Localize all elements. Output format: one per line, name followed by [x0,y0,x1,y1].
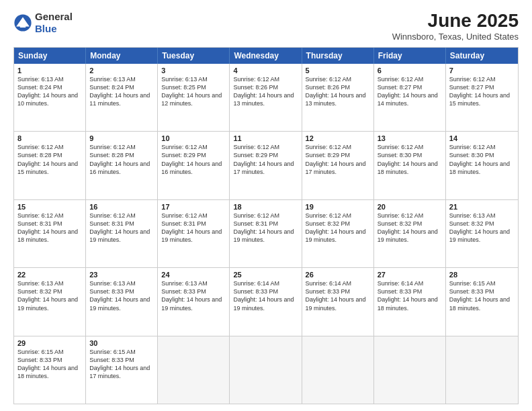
day-number: 22 [17,271,82,279]
cell-info: Sunrise: 6:12 AMSunset: 8:31 PMDaylight:… [89,212,150,243]
day-number: 5 [306,66,370,75]
table-row [446,336,518,404]
day-number: 10 [161,134,226,142]
cell-info: Sunrise: 6:13 AMSunset: 8:24 PMDaylight:… [17,76,78,107]
day-number: 8 [17,134,82,142]
col-sunday: Sunday [14,48,86,64]
table-row: 5Sunrise: 6:12 AMSunset: 8:26 PMDaylight… [302,64,374,131]
day-number: 24 [161,271,226,279]
calendar-body: 1Sunrise: 6:13 AMSunset: 8:24 PMDaylight… [14,64,518,404]
day-number: 6 [378,66,442,75]
cell-info: Sunrise: 6:13 AMSunset: 8:33 PMDaylight:… [161,280,222,311]
day-number: 21 [449,203,515,211]
day-number: 2 [89,66,154,75]
logo-blue: Blue [35,23,57,34]
col-monday: Monday [86,48,158,64]
cell-info: Sunrise: 6:15 AMSunset: 8:33 PMDaylight:… [89,349,150,379]
table-row [374,336,446,404]
cell-info: Sunrise: 6:12 AMSunset: 8:30 PMDaylight:… [378,144,438,175]
table-row: 2Sunrise: 6:13 AMSunset: 8:24 PMDaylight… [86,64,158,131]
cell-info: Sunrise: 6:13 AMSunset: 8:33 PMDaylight:… [89,280,150,311]
table-row: 14Sunrise: 6:12 AMSunset: 8:30 PMDayligh… [446,132,518,199]
cell-info: Sunrise: 6:12 AMSunset: 8:27 PMDaylight:… [449,76,510,107]
table-row: 26Sunrise: 6:14 AMSunset: 8:33 PMDayligh… [302,268,374,335]
table-row: 11Sunrise: 6:12 AMSunset: 8:29 PMDayligh… [230,132,302,199]
table-row: 20Sunrise: 6:12 AMSunset: 8:32 PMDayligh… [374,200,446,267]
table-row: 9Sunrise: 6:12 AMSunset: 8:28 PMDaylight… [86,132,158,199]
logo-icon [13,13,32,32]
table-row: 17Sunrise: 6:12 AMSunset: 8:31 PMDayligh… [158,200,230,267]
cell-info: Sunrise: 6:14 AMSunset: 8:33 PMDaylight:… [306,280,366,311]
cell-info: Sunrise: 6:15 AMSunset: 8:33 PMDaylight:… [449,280,510,311]
table-row: 4Sunrise: 6:12 AMSunset: 8:26 PMDaylight… [230,64,302,131]
calendar-header: Sunday Monday Tuesday Wednesday Thursday… [14,48,518,64]
col-thursday: Thursday [302,48,374,64]
day-number: 14 [449,134,515,142]
cell-info: Sunrise: 6:12 AMSunset: 8:26 PMDaylight:… [233,76,294,107]
week-row-4: 22Sunrise: 6:13 AMSunset: 8:32 PMDayligh… [14,267,518,335]
week-row-1: 1Sunrise: 6:13 AMSunset: 8:24 PMDaylight… [14,64,518,131]
col-friday: Friday [374,48,446,64]
location: Winnsboro, Texas, United States [392,32,519,42]
week-row-2: 8Sunrise: 6:12 AMSunset: 8:28 PMDaylight… [14,131,518,199]
day-number: 28 [449,271,515,279]
logo-general: General [35,11,73,22]
cell-info: Sunrise: 6:12 AMSunset: 8:32 PMDaylight:… [306,212,366,243]
cell-info: Sunrise: 6:12 AMSunset: 8:32 PMDaylight:… [378,212,438,243]
col-tuesday: Tuesday [158,48,230,64]
page: General Blue June 2025 Winnsboro, Texas,… [0,0,532,411]
table-row: 24Sunrise: 6:13 AMSunset: 8:33 PMDayligh… [158,268,230,335]
cell-info: Sunrise: 6:12 AMSunset: 8:29 PMDaylight:… [161,144,222,175]
cell-info: Sunrise: 6:12 AMSunset: 8:27 PMDaylight:… [378,76,438,107]
header: General Blue June 2025 Winnsboro, Texas,… [13,11,519,42]
table-row: 28Sunrise: 6:15 AMSunset: 8:33 PMDayligh… [446,268,518,335]
table-row: 16Sunrise: 6:12 AMSunset: 8:31 PMDayligh… [86,200,158,267]
day-number: 9 [89,134,154,142]
table-row: 6Sunrise: 6:12 AMSunset: 8:27 PMDaylight… [374,64,446,131]
day-number: 16 [89,203,154,211]
day-number: 13 [378,134,442,142]
table-row: 21Sunrise: 6:13 AMSunset: 8:32 PMDayligh… [446,200,518,267]
week-row-3: 15Sunrise: 6:12 AMSunset: 8:31 PMDayligh… [14,199,518,267]
day-number: 27 [378,271,442,279]
cell-info: Sunrise: 6:12 AMSunset: 8:30 PMDaylight:… [449,144,510,175]
table-row: 8Sunrise: 6:12 AMSunset: 8:28 PMDaylight… [14,132,86,199]
table-row: 29Sunrise: 6:15 AMSunset: 8:33 PMDayligh… [14,336,86,404]
day-number: 29 [17,339,82,347]
table-row: 18Sunrise: 6:12 AMSunset: 8:31 PMDayligh… [230,200,302,267]
cell-info: Sunrise: 6:12 AMSunset: 8:26 PMDaylight:… [306,76,366,107]
table-row [158,336,230,404]
cell-info: Sunrise: 6:13 AMSunset: 8:24 PMDaylight:… [89,76,150,107]
day-number: 1 [17,66,82,75]
table-row [302,336,374,404]
table-row: 27Sunrise: 6:14 AMSunset: 8:33 PMDayligh… [374,268,446,335]
cell-info: Sunrise: 6:13 AMSunset: 8:32 PMDaylight:… [17,280,78,311]
week-row-5: 29Sunrise: 6:15 AMSunset: 8:33 PMDayligh… [14,336,518,404]
table-row: 30Sunrise: 6:15 AMSunset: 8:33 PMDayligh… [86,336,158,404]
day-number: 25 [233,271,298,279]
table-row: 12Sunrise: 6:12 AMSunset: 8:29 PMDayligh… [302,132,374,199]
table-row: 22Sunrise: 6:13 AMSunset: 8:32 PMDayligh… [14,268,86,335]
col-saturday: Saturday [446,48,518,64]
table-row: 13Sunrise: 6:12 AMSunset: 8:30 PMDayligh… [374,132,446,199]
cell-info: Sunrise: 6:12 AMSunset: 8:31 PMDaylight:… [233,212,294,243]
day-number: 12 [306,134,370,142]
cell-info: Sunrise: 6:15 AMSunset: 8:33 PMDaylight:… [17,349,78,379]
table-row: 1Sunrise: 6:13 AMSunset: 8:24 PMDaylight… [14,64,86,131]
day-number: 11 [233,134,298,142]
table-row: 19Sunrise: 6:12 AMSunset: 8:32 PMDayligh… [302,200,374,267]
day-number: 30 [89,339,154,347]
day-number: 19 [306,203,370,211]
table-row: 15Sunrise: 6:12 AMSunset: 8:31 PMDayligh… [14,200,86,267]
cell-info: Sunrise: 6:12 AMSunset: 8:31 PMDaylight:… [17,212,78,243]
month-title: June 2025 [392,11,519,32]
table-row: 23Sunrise: 6:13 AMSunset: 8:33 PMDayligh… [86,268,158,335]
col-wednesday: Wednesday [230,48,302,64]
logo-text: General Blue [35,11,73,35]
day-number: 17 [161,203,226,211]
day-number: 15 [17,203,82,211]
table-row [230,336,302,404]
calendar: Sunday Monday Tuesday Wednesday Thursday… [13,47,519,404]
day-number: 20 [378,203,442,211]
table-row: 25Sunrise: 6:14 AMSunset: 8:33 PMDayligh… [230,268,302,335]
